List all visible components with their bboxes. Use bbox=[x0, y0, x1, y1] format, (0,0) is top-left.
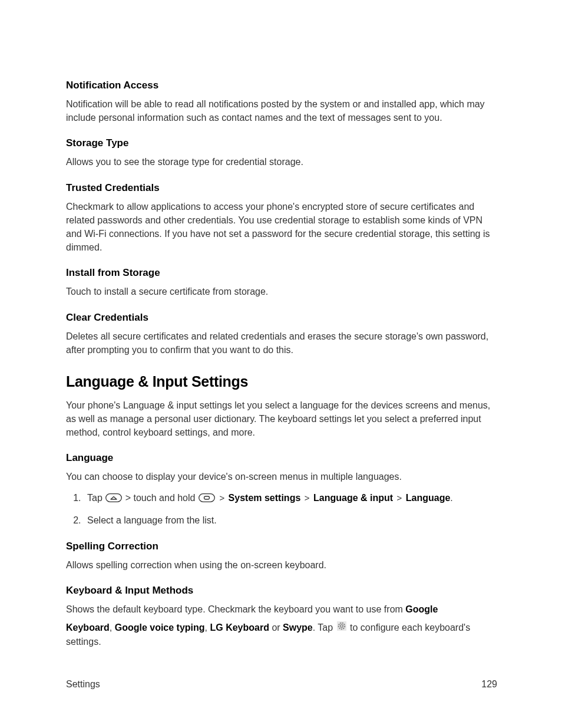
page-footer: Settings 129 bbox=[66, 679, 497, 690]
home-icon bbox=[105, 493, 122, 502]
heading-keyboard-input-methods: Keyboard & Input Methods bbox=[66, 585, 497, 597]
body-keyboard-input-methods-1: Shows the default keyboard type. Checkma… bbox=[66, 602, 497, 616]
kim-or: or bbox=[269, 622, 283, 633]
gear-icon bbox=[337, 621, 346, 634]
footer-page-number: 129 bbox=[481, 679, 497, 690]
step1-language-input: Language & input bbox=[313, 493, 393, 503]
heading-language: Language bbox=[66, 452, 497, 464]
step1-gt3: > bbox=[396, 493, 404, 503]
kim-tap-part: . Tap bbox=[313, 622, 336, 633]
svg-rect-2 bbox=[204, 496, 209, 499]
svg-rect-1 bbox=[199, 494, 215, 502]
kim-comma1: , bbox=[110, 622, 115, 633]
step1-touch-hold: > touch and hold bbox=[125, 493, 196, 503]
body-language: You can choose to display your device's … bbox=[66, 470, 497, 483]
body-keyboard-input-methods-2: Keyboard, Google voice typing, LG Keyboa… bbox=[66, 621, 497, 649]
heading-trusted-credentials: Trusted Credentials bbox=[66, 182, 497, 194]
body-install-from-storage: Touch to install a secure certificate fr… bbox=[66, 285, 497, 298]
body-trusted-credentials: Checkmark to allow applications to acces… bbox=[66, 200, 497, 255]
heading-install-from-storage: Install from Storage bbox=[66, 267, 497, 279]
step1-language-bold: Language bbox=[406, 493, 451, 503]
body-storage-type: Allows you to see the storage type for c… bbox=[66, 155, 497, 169]
footer-section-name: Settings bbox=[66, 679, 100, 690]
language-step-1: Tap > touch and hold > System settings >… bbox=[84, 491, 497, 505]
step1-period: . bbox=[450, 493, 452, 503]
heading-storage-type: Storage Type bbox=[66, 137, 497, 149]
kim-google: Google bbox=[405, 604, 438, 614]
body-clear-credentials: Deletes all secure certificates and rela… bbox=[66, 330, 497, 357]
heading-notification-access: Notification Access bbox=[66, 80, 497, 91]
step1-gt1: > bbox=[218, 493, 226, 503]
kim-google-voice: Google voice typing bbox=[115, 622, 205, 633]
language-step-2: Select a language from the list. bbox=[84, 513, 497, 528]
recent-apps-icon bbox=[199, 493, 215, 502]
step1-tap: Tap bbox=[87, 493, 103, 503]
kim-part1: Shows the default keyboard type. Checkma… bbox=[66, 604, 405, 614]
body-spelling-correction: Allows spelling correction when using th… bbox=[66, 558, 497, 572]
step1-system-settings: System settings bbox=[229, 493, 301, 503]
language-steps-list: Tap > touch and hold > System settings >… bbox=[75, 491, 497, 528]
heading-spelling-correction: Spelling Correction bbox=[66, 541, 497, 552]
kim-keyboard: Keyboard bbox=[66, 622, 110, 633]
body-language-input-settings: Your phone's Language & input settings l… bbox=[66, 398, 497, 440]
heading-language-input-settings: Language & Input Settings bbox=[66, 373, 497, 390]
heading-clear-credentials: Clear Credentials bbox=[66, 312, 497, 324]
svg-rect-0 bbox=[106, 494, 122, 502]
kim-lg-keyboard: LG Keyboard bbox=[210, 622, 269, 633]
kim-swype: Swype bbox=[283, 622, 313, 633]
step1-gt2: > bbox=[303, 493, 311, 503]
body-notification-access: Notification will be able to read all no… bbox=[66, 97, 497, 124]
